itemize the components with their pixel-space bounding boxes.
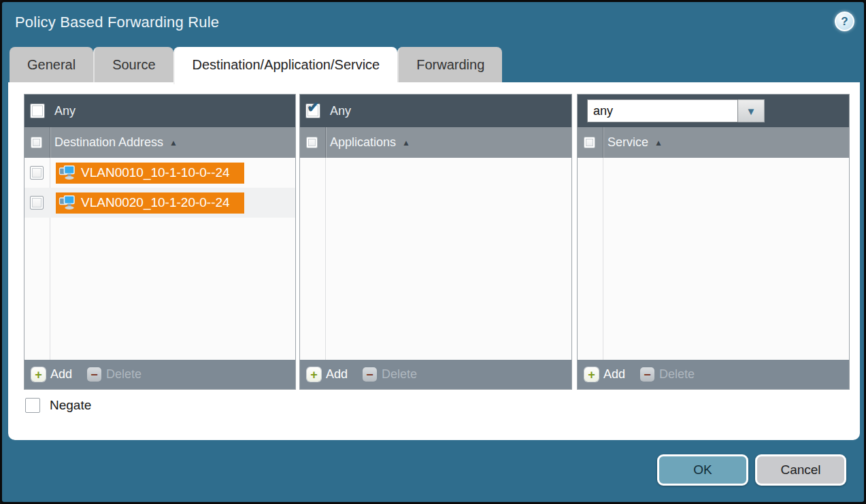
- delete-button-label: Delete: [106, 367, 141, 382]
- checkmark-icon: ✔: [307, 100, 319, 115]
- delete-button-label: Delete: [382, 367, 417, 382]
- service-toolbar: + Add − Delete: [578, 360, 849, 389]
- destination-any-checkbox[interactable]: [30, 103, 45, 118]
- dialog-title: Policy Based Forwarding Rule: [15, 14, 219, 31]
- address-entry[interactable]: VLAN0020_10-1-20-0--24: [56, 192, 244, 214]
- negate-row: Negate: [25, 398, 91, 413]
- address-group-icon: [59, 195, 76, 211]
- add-button[interactable]: + Add: [307, 367, 348, 382]
- service-list: [578, 158, 849, 360]
- add-icon[interactable]: +: [307, 367, 321, 382]
- checkbox-column-divider: [325, 158, 326, 360]
- destination-any-label: Any: [54, 104, 76, 118]
- destination-address-panel: Any Destination Address ▲: [24, 94, 296, 390]
- service-dropdown-value[interactable]: any: [587, 99, 738, 122]
- service-dropdown-row: any ▼: [578, 95, 849, 127]
- column-divider: [325, 127, 326, 158]
- table-row[interactable]: VLAN0010_10-1-10-0--24: [24, 158, 295, 188]
- tab-general[interactable]: General: [10, 47, 93, 82]
- service-column-header[interactable]: Service ▲: [578, 127, 849, 158]
- applications-column-label: Applications: [330, 135, 396, 150]
- cancel-button[interactable]: Cancel: [755, 454, 846, 486]
- destination-column-label: Destination Address: [54, 135, 163, 150]
- destination-column-header[interactable]: Destination Address ▲: [24, 127, 295, 158]
- destination-any-row: Any: [24, 95, 295, 127]
- add-button[interactable]: + Add: [31, 367, 72, 382]
- delete-button[interactable]: − Delete: [640, 367, 695, 382]
- applications-any-label: Any: [330, 104, 351, 118]
- applications-any-checkbox[interactable]: ✔: [305, 103, 320, 118]
- add-icon[interactable]: +: [584, 367, 599, 382]
- policy-based-forwarding-dialog: Policy Based Forwarding Rule ? General S…: [0, 0, 866, 504]
- row-checkbox[interactable]: [30, 196, 44, 209]
- delete-icon[interactable]: −: [87, 367, 101, 382]
- destination-select-all-checkbox[interactable]: [31, 137, 42, 148]
- tab-bar: General Source Destination/Application/S…: [10, 47, 502, 84]
- add-icon[interactable]: +: [31, 367, 46, 382]
- delete-icon[interactable]: −: [640, 367, 654, 382]
- address-entry[interactable]: VLAN0010_10-1-10-0--24: [56, 163, 244, 184]
- delete-button-label: Delete: [659, 367, 695, 382]
- delete-button[interactable]: − Delete: [363, 367, 417, 382]
- tab-source[interactable]: Source: [93, 47, 173, 82]
- service-panel: any ▼ Service ▲ + Add: [577, 94, 850, 390]
- address-group-icon: [59, 165, 76, 181]
- add-button-label: Add: [326, 367, 348, 382]
- help-icon[interactable]: ?: [835, 12, 854, 31]
- sort-asc-icon[interactable]: ▲: [402, 138, 410, 148]
- ok-button[interactable]: OK: [657, 454, 748, 486]
- chevron-down-icon: ▼: [746, 105, 756, 117]
- table-row[interactable]: VLAN0020_10-1-20-0--24: [24, 188, 295, 218]
- applications-panel: ✔ Any Applications ▲ + Add − De: [299, 94, 572, 390]
- address-entry-label: VLAN0020_10-1-20-0--24: [81, 195, 230, 210]
- sort-asc-icon[interactable]: ▲: [654, 138, 663, 148]
- column-divider: [50, 127, 50, 158]
- delete-button[interactable]: − Delete: [87, 367, 141, 382]
- tab-forwarding[interactable]: Forwarding: [397, 47, 502, 82]
- service-select-all-checkbox[interactable]: [584, 137, 595, 148]
- applications-toolbar: + Add − Delete: [300, 360, 571, 389]
- destination-list: VLAN0010_10-1-10-0--24 VLAN0020_10-1-20-…: [24, 158, 295, 360]
- tab-content: Any Destination Address ▲: [8, 82, 860, 440]
- delete-icon[interactable]: −: [363, 367, 377, 382]
- sort-asc-icon[interactable]: ▲: [169, 138, 178, 148]
- applications-any-row: ✔ Any: [300, 95, 571, 127]
- applications-select-all-checkbox[interactable]: [306, 137, 318, 148]
- tab-destination-application-service[interactable]: Destination/Application/Service: [173, 47, 398, 84]
- dropdown-button[interactable]: ▼: [738, 99, 765, 122]
- applications-column-header[interactable]: Applications ▲: [300, 127, 571, 158]
- address-entry-label: VLAN0010_10-1-10-0--24: [81, 165, 230, 180]
- service-column-label: Service: [607, 135, 648, 150]
- applications-list: [300, 158, 571, 360]
- add-button-label: Add: [50, 367, 72, 382]
- add-button[interactable]: + Add: [584, 367, 625, 382]
- negate-label: Negate: [50, 398, 91, 413]
- service-dropdown[interactable]: any ▼: [587, 99, 765, 122]
- checkbox-column-divider: [603, 158, 603, 360]
- row-checkbox[interactable]: [30, 166, 44, 180]
- column-divider: [603, 127, 603, 158]
- negate-checkbox[interactable]: [25, 398, 40, 413]
- add-button-label: Add: [603, 367, 625, 382]
- destination-toolbar: + Add − Delete: [24, 360, 295, 389]
